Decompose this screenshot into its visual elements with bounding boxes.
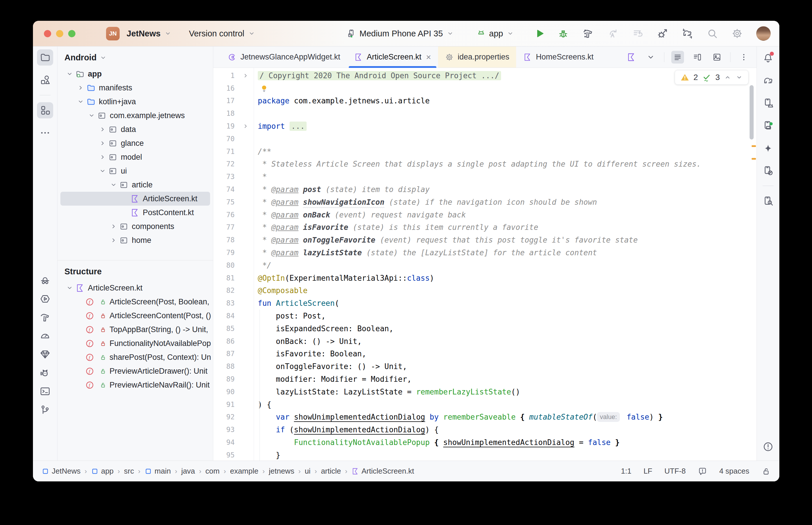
tab-articlescreen-kt[interactable]: ArticleScreen.kt× (347, 46, 438, 68)
scrollbar-warning-mark[interactable] (752, 145, 756, 147)
version-control-tool[interactable] (37, 402, 53, 418)
code-line-16[interactable]: 16 (213, 82, 756, 95)
code-line-75[interactable]: 75 * @param showNavigationIcon (state) i… (213, 196, 756, 209)
structure-item[interactable]: fPreviewArticleNavRail(): Unit (58, 378, 213, 392)
breadcrumb-ui[interactable]: ui (305, 467, 310, 476)
build-tool[interactable] (37, 309, 53, 326)
project-tree-item-postcontent-kt[interactable]: PostContent.kt (58, 206, 213, 220)
logcat-tool[interactable] (37, 365, 53, 381)
tree-chevron-down-icon[interactable] (75, 98, 86, 105)
project-tree-item-article[interactable]: article (58, 178, 213, 192)
fold-marker-icon[interactable] (238, 123, 254, 130)
line-separator[interactable]: LF (644, 467, 652, 476)
run-button[interactable] (534, 28, 545, 39)
code-editor[interactable]: 1/ Copyright 2020 The Android Open Sourc… (213, 68, 756, 461)
file-writable-indicator-icon[interactable] (762, 467, 771, 476)
breadcrumb-example[interactable]: example (230, 467, 259, 476)
design-view-button[interactable] (711, 51, 723, 63)
code-line-76[interactable]: 76 * @param onBack (event) request navig… (213, 209, 756, 221)
device-selector[interactable]: Medium Phone API 35 (344, 29, 457, 39)
code-line-80[interactable]: 80 */ (213, 259, 756, 272)
code-line-71[interactable]: 71/** (213, 145, 756, 158)
indent-config[interactable]: 4 spaces (719, 467, 749, 476)
project-tree-item-app[interactable]: app (58, 67, 213, 81)
project-tree-item-data[interactable]: data (58, 122, 213, 136)
tree-chevron-down-icon[interactable] (64, 284, 75, 292)
structure-item[interactable]: fArticleScreen(Post, Boolean, (58, 295, 213, 309)
code-line-92[interactable]: 92 var showUnimplementedActionDialog by … (213, 411, 756, 424)
zoom-window-button[interactable] (68, 30, 75, 37)
project-tree-item-components[interactable]: components (58, 220, 213, 233)
inspections-widget[interactable]: 2 3 (675, 70, 749, 85)
structure-tool[interactable] (37, 102, 53, 118)
tree-chevron-right-icon[interactable] (97, 125, 108, 133)
editor-scrollbar-thumb[interactable] (750, 85, 754, 139)
more-run-options-button[interactable] (579, 28, 591, 39)
resource-manager-tool[interactable] (37, 72, 53, 88)
attach-debugger-icon[interactable] (657, 28, 668, 39)
debug-button[interactable] (558, 28, 569, 39)
terminal-tool[interactable] (37, 383, 53, 400)
tree-chevron-right-icon[interactable] (97, 139, 108, 147)
code-line-89[interactable]: 89 modifier: Modifier = Modifier, (213, 373, 756, 386)
tree-chevron-right-icon[interactable] (108, 237, 119, 244)
sync-project-icon[interactable] (682, 28, 693, 39)
structure-item[interactable]: fPreviewArticleDrawer(): Unit (58, 364, 213, 378)
code-line-82[interactable]: 82@Composable (213, 284, 756, 297)
tree-chevron-down-icon[interactable] (108, 181, 119, 189)
hidden-tabs-dropdown[interactable] (645, 51, 657, 63)
breadcrumb-app[interactable]: app (91, 467, 114, 476)
structure-item[interactable]: fFunctionalityNotAvailablePop (58, 336, 213, 350)
tab-idea-properties[interactable]: idea.properties (438, 46, 516, 68)
search-everywhere-icon[interactable] (707, 28, 718, 39)
more-tool-windows[interactable] (37, 125, 53, 141)
breadcrumb-jetnews[interactable]: jetnews (269, 467, 294, 476)
project-tool[interactable] (37, 49, 53, 65)
code-line-86[interactable]: 86 onBack: () -> Unit, (213, 335, 756, 348)
code-line-94[interactable]: 94 FunctionalityNotAvailablePopup { show… (213, 436, 756, 449)
structure-item[interactable]: fArticleScreenContent(Post, () (58, 309, 213, 322)
breadcrumb-article[interactable]: article (321, 467, 341, 476)
code-line-72[interactable]: 72 * Stateless Article Screen that displ… (213, 158, 756, 171)
code-line-93[interactable]: 93 if (showUnimplementedActionDialog) { (213, 423, 756, 436)
app-inspection-tool[interactable] (37, 346, 53, 362)
incognito-tool[interactable] (37, 272, 53, 288)
code-view-button[interactable] (671, 51, 684, 63)
close-window-button[interactable] (44, 30, 51, 37)
code-line-17[interactable]: 17package com.example.jetnews.ui.article (213, 95, 756, 107)
settings-icon[interactable] (732, 28, 743, 39)
project-tree-item-home[interactable]: home (58, 233, 213, 247)
close-tab-icon[interactable]: × (426, 53, 431, 61)
fold-marker-icon[interactable] (238, 72, 254, 79)
structure-item[interactable]: fTopAppBar(String, () -> Unit, (58, 322, 213, 336)
breadcrumb-main[interactable]: main (145, 467, 171, 476)
gradle-tool[interactable] (760, 73, 776, 89)
breadcrumb-com[interactable]: com (205, 467, 220, 476)
editor-options-button[interactable] (737, 51, 750, 63)
scrollbar-warning-mark[interactable] (752, 158, 756, 160)
device-explorer-tool[interactable] (760, 193, 776, 209)
breadcrumb-java[interactable]: java (181, 467, 195, 476)
code-line-18[interactable]: 18 (213, 107, 756, 120)
project-tree-item-com-example-jetnews[interactable]: com.example.jetnews (58, 109, 213, 122)
code-line-78[interactable]: 78 * @param onToggleFavorite (event) req… (213, 234, 756, 246)
running-devices-tool[interactable] (760, 118, 776, 134)
code-line-81[interactable]: 81@OptIn(ExperimentalMaterial3Api::class… (213, 272, 756, 284)
breadcrumb-articlescreen-kt[interactable]: ArticleScreen.kt (351, 467, 414, 476)
code-line-84[interactable]: 84 post: Post, (213, 310, 756, 322)
apply-changes-icon[interactable] (607, 28, 619, 39)
project-tree-item-glance[interactable]: glance (58, 136, 213, 150)
breadcrumb-jetnews[interactable]: JetNews (42, 467, 80, 476)
device-mirroring-tool[interactable] (760, 163, 776, 179)
project-tree-item-manifests[interactable]: manifests (58, 81, 213, 95)
gemini-tool[interactable] (760, 140, 776, 156)
structure-root-item[interactable]: ArticleScreen.kt (58, 281, 213, 295)
project-tree-item-articlescreen-kt[interactable]: ArticleScreen.kt (60, 192, 210, 206)
file-encoding[interactable]: UTF-8 (664, 467, 686, 476)
split-view-button[interactable] (691, 51, 704, 63)
profiler-tool[interactable] (37, 328, 53, 344)
run-configuration-selector[interactable]: app (474, 29, 517, 39)
tree-chevron-right-icon[interactable] (97, 153, 108, 161)
code-line-79[interactable]: 79 * @param lazyListState (state) the [L… (213, 246, 756, 259)
code-line-19[interactable]: 19import ... (213, 120, 756, 133)
